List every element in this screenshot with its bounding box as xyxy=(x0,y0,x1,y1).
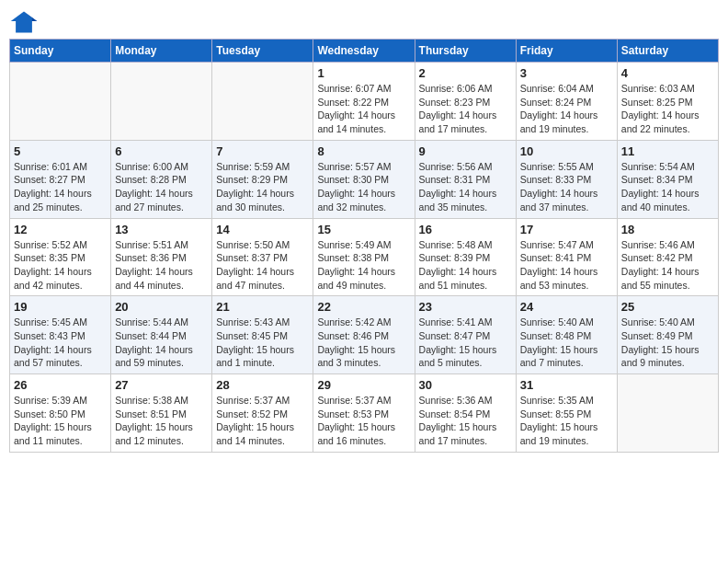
day-info: Sunrise: 5:40 AMSunset: 8:48 PMDaylight:… xyxy=(520,316,613,370)
calendar-cell xyxy=(617,374,718,453)
day-number: 23 xyxy=(419,300,512,314)
calendar-cell: 22Sunrise: 5:42 AMSunset: 8:46 PMDayligh… xyxy=(313,296,415,374)
svg-marker-0 xyxy=(11,11,37,32)
page-header xyxy=(9,9,719,35)
calendar-cell: 1Sunrise: 6:07 AMSunset: 8:22 PMDaylight… xyxy=(313,63,415,141)
day-info: Sunrise: 5:55 AMSunset: 8:33 PMDaylight:… xyxy=(520,160,613,214)
calendar-cell xyxy=(10,63,111,141)
calendar-cell: 5Sunrise: 6:01 AMSunset: 8:27 PMDaylight… xyxy=(10,140,111,218)
day-info: Sunrise: 6:06 AMSunset: 8:23 PMDaylight:… xyxy=(419,82,512,136)
calendar-cell: 16Sunrise: 5:48 AMSunset: 8:39 PMDayligh… xyxy=(415,218,516,296)
day-number: 16 xyxy=(419,223,512,236)
calendar-cell: 31Sunrise: 5:35 AMSunset: 8:55 PMDayligh… xyxy=(516,374,617,453)
day-info: Sunrise: 6:07 AMSunset: 8:22 PMDaylight:… xyxy=(317,82,410,136)
calendar-cell: 7Sunrise: 5:59 AMSunset: 8:29 PMDaylight… xyxy=(212,140,313,218)
day-number: 1 xyxy=(317,66,410,80)
day-number: 8 xyxy=(317,144,410,158)
day-number: 10 xyxy=(520,144,613,158)
day-info: Sunrise: 5:52 AMSunset: 8:35 PMDaylight:… xyxy=(14,238,107,293)
calendar-cell: 15Sunrise: 5:49 AMSunset: 8:38 PMDayligh… xyxy=(313,218,415,296)
day-number: 31 xyxy=(520,378,613,392)
day-number: 22 xyxy=(317,300,410,314)
day-info: Sunrise: 5:45 AMSunset: 8:43 PMDaylight:… xyxy=(14,316,107,370)
day-number: 18 xyxy=(621,223,714,236)
week-row-1: 1Sunrise: 6:07 AMSunset: 8:22 PMDaylight… xyxy=(10,63,719,141)
week-row-5: 26Sunrise: 5:39 AMSunset: 8:50 PMDayligh… xyxy=(10,374,719,453)
day-number: 5 xyxy=(14,144,107,158)
day-number: 21 xyxy=(216,300,309,314)
day-number: 15 xyxy=(317,223,410,236)
calendar-cell: 25Sunrise: 5:40 AMSunset: 8:49 PMDayligh… xyxy=(617,296,718,374)
calendar-cell: 2Sunrise: 6:06 AMSunset: 8:23 PMDaylight… xyxy=(415,63,516,141)
calendar-cell: 29Sunrise: 5:37 AMSunset: 8:53 PMDayligh… xyxy=(313,374,415,453)
calendar-cell: 6Sunrise: 6:00 AMSunset: 8:28 PMDaylight… xyxy=(111,140,212,218)
calendar-cell: 14Sunrise: 5:50 AMSunset: 8:37 PMDayligh… xyxy=(212,218,313,296)
calendar-cell: 23Sunrise: 5:41 AMSunset: 8:47 PMDayligh… xyxy=(415,296,516,374)
day-info: Sunrise: 6:01 AMSunset: 8:27 PMDaylight:… xyxy=(14,160,107,214)
calendar: SundayMondayTuesdayWednesdayThursdayFrid… xyxy=(9,39,719,453)
calendar-cell: 11Sunrise: 5:54 AMSunset: 8:34 PMDayligh… xyxy=(617,140,718,218)
calendar-cell: 4Sunrise: 6:03 AMSunset: 8:25 PMDaylight… xyxy=(617,63,718,141)
day-number: 27 xyxy=(115,378,208,392)
day-info: Sunrise: 5:37 AMSunset: 8:52 PMDaylight:… xyxy=(216,394,309,448)
calendar-cell: 9Sunrise: 5:56 AMSunset: 8:31 PMDaylight… xyxy=(415,140,516,218)
logo-icon xyxy=(9,9,39,35)
day-info: Sunrise: 5:43 AMSunset: 8:45 PMDaylight:… xyxy=(216,316,309,370)
weekday-header-tuesday: Tuesday xyxy=(212,40,313,63)
day-info: Sunrise: 5:39 AMSunset: 8:50 PMDaylight:… xyxy=(14,394,107,448)
calendar-cell: 28Sunrise: 5:37 AMSunset: 8:52 PMDayligh… xyxy=(212,374,313,453)
day-info: Sunrise: 5:36 AMSunset: 8:54 PMDaylight:… xyxy=(419,394,512,448)
day-info: Sunrise: 5:38 AMSunset: 8:51 PMDaylight:… xyxy=(115,394,208,448)
day-info: Sunrise: 5:56 AMSunset: 8:31 PMDaylight:… xyxy=(419,160,512,214)
day-info: Sunrise: 5:42 AMSunset: 8:46 PMDaylight:… xyxy=(317,316,410,370)
weekday-header-row: SundayMondayTuesdayWednesdayThursdayFrid… xyxy=(10,40,719,63)
calendar-cell xyxy=(111,63,212,141)
weekday-header-friday: Friday xyxy=(516,40,617,63)
day-info: Sunrise: 5:59 AMSunset: 8:29 PMDaylight:… xyxy=(216,160,309,214)
day-info: Sunrise: 5:51 AMSunset: 8:36 PMDaylight:… xyxy=(115,238,208,293)
day-info: Sunrise: 5:35 AMSunset: 8:55 PMDaylight:… xyxy=(520,394,613,448)
day-number: 29 xyxy=(317,378,410,392)
day-number: 30 xyxy=(419,378,512,392)
calendar-cell: 18Sunrise: 5:46 AMSunset: 8:42 PMDayligh… xyxy=(617,218,718,296)
day-number: 11 xyxy=(621,144,714,158)
calendar-cell: 3Sunrise: 6:04 AMSunset: 8:24 PMDaylight… xyxy=(516,63,617,141)
calendar-cell: 20Sunrise: 5:44 AMSunset: 8:44 PMDayligh… xyxy=(111,296,212,374)
week-row-2: 5Sunrise: 6:01 AMSunset: 8:27 PMDaylight… xyxy=(10,140,719,218)
day-number: 24 xyxy=(520,300,613,314)
day-number: 12 xyxy=(14,223,107,236)
calendar-cell xyxy=(212,63,313,141)
calendar-cell: 24Sunrise: 5:40 AMSunset: 8:48 PMDayligh… xyxy=(516,296,617,374)
calendar-cell: 12Sunrise: 5:52 AMSunset: 8:35 PMDayligh… xyxy=(10,218,111,296)
weekday-header-saturday: Saturday xyxy=(617,40,718,63)
calendar-cell: 27Sunrise: 5:38 AMSunset: 8:51 PMDayligh… xyxy=(111,374,212,453)
day-info: Sunrise: 6:00 AMSunset: 8:28 PMDaylight:… xyxy=(115,160,208,214)
calendar-cell: 8Sunrise: 5:57 AMSunset: 8:30 PMDaylight… xyxy=(313,140,415,218)
calendar-cell: 26Sunrise: 5:39 AMSunset: 8:50 PMDayligh… xyxy=(10,374,111,453)
day-info: Sunrise: 5:57 AMSunset: 8:30 PMDaylight:… xyxy=(317,160,410,214)
weekday-header-thursday: Thursday xyxy=(415,40,516,63)
day-info: Sunrise: 5:37 AMSunset: 8:53 PMDaylight:… xyxy=(317,394,410,448)
week-row-4: 19Sunrise: 5:45 AMSunset: 8:43 PMDayligh… xyxy=(10,296,719,374)
calendar-cell: 19Sunrise: 5:45 AMSunset: 8:43 PMDayligh… xyxy=(10,296,111,374)
day-number: 9 xyxy=(419,144,512,158)
week-row-3: 12Sunrise: 5:52 AMSunset: 8:35 PMDayligh… xyxy=(10,218,719,296)
day-info: Sunrise: 5:44 AMSunset: 8:44 PMDaylight:… xyxy=(115,316,208,370)
day-info: Sunrise: 6:03 AMSunset: 8:25 PMDaylight:… xyxy=(621,82,714,136)
day-number: 7 xyxy=(216,144,309,158)
day-number: 28 xyxy=(216,378,309,392)
day-info: Sunrise: 5:49 AMSunset: 8:38 PMDaylight:… xyxy=(317,238,410,293)
day-number: 25 xyxy=(621,300,714,314)
day-info: Sunrise: 5:46 AMSunset: 8:42 PMDaylight:… xyxy=(621,238,714,293)
day-number: 13 xyxy=(115,223,208,236)
day-info: Sunrise: 6:04 AMSunset: 8:24 PMDaylight:… xyxy=(520,82,613,136)
calendar-cell: 10Sunrise: 5:55 AMSunset: 8:33 PMDayligh… xyxy=(516,140,617,218)
weekday-header-monday: Monday xyxy=(111,40,212,63)
day-info: Sunrise: 5:47 AMSunset: 8:41 PMDaylight:… xyxy=(520,238,613,293)
day-number: 4 xyxy=(621,66,714,80)
day-number: 26 xyxy=(14,378,107,392)
weekday-header-wednesday: Wednesday xyxy=(313,40,415,63)
calendar-cell: 21Sunrise: 5:43 AMSunset: 8:45 PMDayligh… xyxy=(212,296,313,374)
weekday-header-sunday: Sunday xyxy=(10,40,111,63)
day-number: 20 xyxy=(115,300,208,314)
